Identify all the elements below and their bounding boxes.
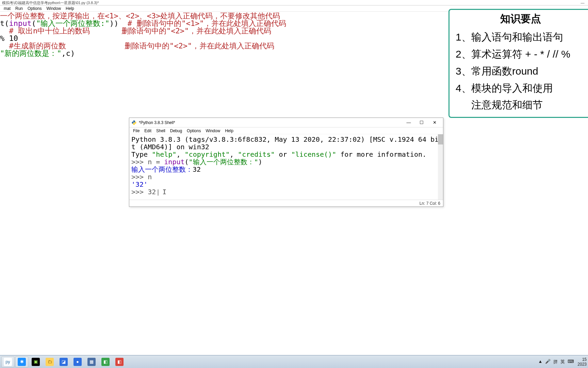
code-line: 一个两位整数，按逆序输出，在<1>、<2>、<3>处填入正确代码，不要修改其他代… (0, 12, 330, 20)
tray-chevron-up-icon[interactable]: ▲ (538, 359, 542, 365)
editor-code-area[interactable]: 一个两位整数，按逆序输出，在<1>、<2>、<3>处填入正确代码，不要修改其他代… (0, 12, 330, 57)
shell-line-n: >>> n (131, 173, 152, 181)
menu-run[interactable]: Run (13, 6, 25, 11)
shell-line-nout: '32' (131, 180, 148, 188)
shell-menu-help[interactable]: Help (223, 128, 236, 133)
code-line: t(input("输入一个两位整数:")) # 删除语句中的"<1>"，并在此处… (0, 20, 330, 27)
scrollbar[interactable] (438, 134, 443, 200)
panel-list: 1、输入语句和输出语句 2、算术运算符 + - * / // % 3、常用函数r… (456, 29, 585, 97)
shell-banner2: Type "help", "copyright", "credits" or "… (131, 150, 426, 158)
shell-line-prompt: 输入一个两位整数：32 (131, 165, 201, 173)
shell-menu-shell[interactable]: Shell (154, 128, 168, 133)
tray-mic-icon[interactable]: 🎤 (545, 359, 551, 365)
taskbar-apps: py✱▣🗀◪●▦◧◧ (1, 356, 126, 367)
taskbar[interactable]: py✱▣🗀◪●▦◧◧ ▲ 🎤 拼 英 ⌨ 15 2023 (0, 355, 588, 368)
tray-ime-eng[interactable]: 英 (560, 359, 565, 365)
python-icon[interactable]: py (1, 356, 14, 367)
python-icon (131, 120, 137, 125)
menu-window[interactable]: Window (44, 6, 63, 11)
editor-window-controls: — (579, 0, 586, 5)
shell-window: *Python 3.8.3 Shell* — ☐ ✕ File Edit She… (129, 118, 443, 207)
tray-keyboard-icon[interactable]: ⌨ (568, 359, 574, 365)
close-button[interactable]: ✕ (428, 118, 441, 127)
panel-title: 知识要点 (456, 12, 585, 26)
minimize-icon[interactable]: — (579, 0, 586, 5)
explorer-icon[interactable]: 🗀 (43, 356, 56, 367)
panel-note: 注意规范和细节 (471, 98, 585, 112)
tray-clock[interactable]: 15 2023 (577, 357, 587, 367)
svg-point-1 (135, 124, 135, 124)
menu-options[interactable]: Options (25, 6, 44, 11)
panel-item: 2、算术运算符 + - * / // % (456, 46, 585, 63)
svg-point-0 (133, 121, 133, 121)
code-line: #生成新的两位数 删除语句中的"<2>"，并在此处填入正确代码 (0, 42, 330, 50)
star-icon[interactable]: ✱ (15, 356, 28, 367)
tool-b-icon[interactable]: ● (71, 356, 84, 367)
tool-e-icon[interactable]: ◧ (113, 356, 126, 367)
knowledge-panel: 知识要点 1、输入语句和输出语句 2、算术运算符 + - * / // % 3、… (448, 9, 588, 118)
pycharm-icon[interactable]: ▣ (29, 356, 42, 367)
tool-c-icon[interactable]: ▦ (85, 356, 98, 367)
maximize-button[interactable]: ☐ (415, 118, 428, 127)
shell-menu-window[interactable]: Window (203, 128, 223, 133)
shell-line-input-call: >>> n = input("输入一个两位整数：") (131, 158, 262, 166)
code-line: % 10 (0, 35, 330, 42)
tray-ime-pin[interactable]: 拼 (553, 359, 558, 365)
shell-menubar[interactable]: File Edit Shell Debug Options Window Hel… (129, 127, 443, 134)
text-cursor (158, 189, 158, 196)
panel-item: 3、常用函数round (456, 63, 585, 80)
shell-line-32: >>> 32 I (131, 188, 166, 196)
panel-item: 4、模块的导入和使用 (456, 80, 585, 97)
shell-body[interactable]: Python 3.8.3 (tags/v3.8.3:6f8c832, May 1… (129, 134, 443, 200)
shell-cursor-position: Ln: 7 Col: 6 (420, 201, 440, 206)
shell-titlebar[interactable]: *Python 3.8.3 Shell* — ☐ ✕ (129, 118, 443, 127)
shell-statusbar: Ln: 7 Col: 6 (129, 200, 443, 206)
panel-item: 1、输入语句和输出语句 (456, 29, 585, 46)
tool-a-icon[interactable]: ◪ (57, 356, 70, 367)
shell-menu-options[interactable]: Options (184, 128, 203, 133)
code-line: # 取出n中十位上的数码 删除语句中的"<2>"，并在此处填入正确代码 (0, 27, 330, 35)
system-tray[interactable]: ▲ 🎤 拼 英 ⌨ 15 2023 (538, 357, 587, 367)
shell-menu-debug[interactable]: Debug (168, 128, 184, 133)
tool-d-icon[interactable]: ◧ (99, 356, 112, 367)
scrollbar-thumb[interactable] (438, 134, 443, 144)
menu-help[interactable]: Help (63, 6, 77, 11)
shell-window-controls: — ☐ ✕ (402, 118, 441, 127)
shell-banner: Python 3.8.3 (tags/v3.8.3:6f8c832, May 1… (131, 135, 439, 151)
shell-menu-file[interactable]: File (131, 128, 142, 133)
editor-titlebar[interactable]: 模拟考试\福建高中信息学考python\一星原题\01.py (3.8.3)* … (0, 0, 588, 5)
editor-title-text: 模拟考试\福建高中信息学考python\一星原题\01.py (3.8.3)* (2, 0, 99, 5)
shell-title-text: *Python 3.8.3 Shell* (139, 120, 175, 125)
menu-format[interactable]: mat (1, 6, 13, 11)
minimize-button[interactable]: — (402, 118, 415, 127)
shell-menu-edit[interactable]: Edit (142, 128, 154, 133)
code-line: "新的两位数是：",c) (0, 50, 330, 57)
